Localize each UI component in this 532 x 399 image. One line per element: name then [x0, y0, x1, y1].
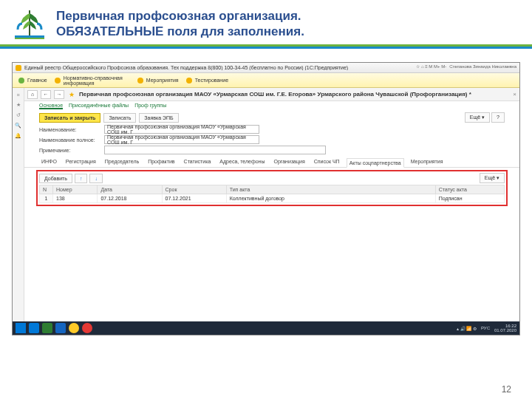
col-date[interactable]: Дата — [98, 185, 162, 194]
rail-star-icon[interactable]: ★ — [15, 101, 22, 109]
leaf-icon — [18, 78, 24, 83]
content-area: ⌂ ← → ★ Первичная профсоюзная организаци… — [24, 88, 519, 335]
input-fullname[interactable]: Первичная профсоюзная организация МАОУ «… — [104, 135, 259, 144]
add-button[interactable]: Добавить — [39, 174, 72, 183]
slide-title: Первичная профсоюзная организация. ОБЯЗА… — [56, 8, 520, 40]
task-icon[interactable] — [55, 323, 66, 333]
tab-events[interactable]: Мероприятия — [409, 157, 446, 167]
tab-address[interactable]: Адреса, телефоны — [217, 157, 267, 167]
window-titlebar[interactable]: Единый реестр Общероссийского Профсоюза … — [13, 63, 519, 73]
page-number: 12 — [502, 384, 511, 395]
inner-tabs: ИНФО Регистрация Председатель Профактив … — [24, 155, 519, 168]
form-title: Первичная профсоюзная организация МАОУ «… — [79, 91, 510, 98]
sign-button[interactable]: Заявка ЭПБ — [139, 113, 178, 123]
tray-lang[interactable]: РУС — [481, 326, 490, 330]
label-name: Наименование: — [39, 127, 101, 132]
window-corner-controls[interactable]: ☆ ⌂ ≡ M M+ M- Степанова Зинаида Николаев… — [416, 64, 516, 69]
col-type[interactable]: Тип акта — [226, 185, 435, 194]
tab-info[interactable]: ИНФО — [39, 157, 59, 167]
close-tab-icon[interactable]: × — [513, 91, 516, 98]
task-icon[interactable] — [82, 323, 92, 333]
cell-term: 07.12.2021 — [162, 194, 226, 203]
cell-date: 07.12.2018 — [98, 194, 162, 203]
field-fullname: Наименование полное: Первичная профсоюзн… — [24, 134, 519, 145]
start-button[interactable] — [16, 323, 26, 333]
tab-acts[interactable]: Акты соцпартнерства — [347, 158, 404, 168]
menu-main[interactable]: Главное — [18, 78, 47, 83]
window-user[interactable]: Степанова Зинаида Николаевна — [449, 64, 516, 69]
task-icon[interactable] — [29, 323, 39, 333]
subtab-files[interactable]: Присоединённые файлы — [69, 103, 129, 109]
nav-toolbar: ⌂ ← → ★ Первичная профсоюзная организаци… — [24, 88, 519, 101]
rail-menu-icon[interactable]: ≡ — [15, 91, 22, 98]
favorite-icon[interactable]: ★ — [67, 91, 76, 98]
home-button[interactable]: ⌂ — [27, 90, 38, 99]
menu-testing[interactable]: Тестирование — [186, 78, 228, 83]
main-menu: Главное Нормативно-справочная информация… — [13, 73, 519, 88]
menu-reference[interactable]: Нормативно-справочная информация — [55, 75, 130, 86]
form-button-row: Записать и закрыть Записать Заявка ЭПБ Е… — [24, 111, 519, 124]
grid-more-button[interactable]: Ещё ▾ — [480, 173, 505, 183]
back-button[interactable]: ← — [41, 90, 51, 99]
field-name: Наименование: Первичная профсоюзная орга… — [24, 124, 519, 134]
label-fullname: Наименование полное: — [39, 137, 101, 143]
subtab-main[interactable]: Основное — [39, 103, 63, 109]
acts-table: N Номер Дата Срок Тип акта Статус акта 1… — [39, 185, 505, 203]
cell-n: 1 — [40, 194, 53, 203]
cell-type: Коллективный договор — [226, 194, 435, 203]
form-subtabs: Основное Присоединённые файлы Проф групп… — [24, 101, 519, 111]
svg-rect-0 — [15, 35, 44, 38]
cell-status: Подписан — [435, 194, 504, 203]
task-icon[interactable] — [69, 323, 79, 333]
input-name[interactable]: Первичная профсоюзная организация МАОУ «… — [104, 125, 259, 134]
slide-title-line2: ОБЯЗАТЕЛЬНЫЕ поля для заполнения. — [56, 24, 520, 39]
input-note[interactable] — [104, 146, 326, 154]
union-logo-icon — [12, 6, 47, 41]
window-quick-icons[interactable]: ☆ ⌂ ≡ M M+ M- — [416, 64, 446, 69]
move-up-button[interactable]: ↑ — [75, 174, 88, 183]
tab-chairman[interactable]: Председатель — [103, 157, 141, 167]
tab-chp[interactable]: Список ЧП — [312, 157, 342, 167]
table-header-row: N Номер Дата Срок Тип акта Статус акта — [40, 185, 505, 194]
rail-history-icon[interactable]: ↺ — [15, 112, 22, 119]
label-note: Примечание: — [39, 148, 101, 153]
menu-events[interactable]: Мероприятия — [137, 78, 179, 83]
system-tray[interactable]: ▴ 🔊 📶 ⚙ РУС 16:22 01.07.2020 — [457, 324, 516, 332]
more-button[interactable]: Ещё ▾ — [465, 112, 490, 123]
slide-title-line1: Первичная профсоюзная организация. — [56, 8, 520, 24]
move-down-button[interactable]: ↓ — [89, 174, 103, 183]
col-n[interactable]: N — [40, 185, 53, 194]
left-rail: ≡ ★ ↺ 🔍 🔔 — [13, 88, 24, 335]
col-num[interactable]: Номер — [53, 185, 98, 194]
star-icon — [186, 78, 192, 83]
save-button[interactable]: Записать — [103, 113, 136, 123]
app-window: Единый реестр Общероссийского Профсоюза … — [12, 62, 520, 335]
rail-search-icon[interactable]: 🔍 — [15, 122, 22, 129]
tab-stats[interactable]: Статистика — [182, 157, 214, 167]
slide-header: Первичная профсоюзная организация. ОБЯЗА… — [0, 0, 532, 49]
help-button[interactable]: ? — [491, 112, 505, 123]
task-icon[interactable] — [42, 323, 52, 333]
star-icon — [137, 78, 143, 83]
app-icon — [16, 65, 21, 71]
star-icon — [55, 78, 61, 83]
grid-toolbar: Добавить ↑ ↓ Ещё ▾ — [39, 173, 505, 183]
table-row[interactable]: 1 138 07.12.2018 07.12.2021 Коллективный… — [40, 194, 505, 203]
tab-profaktiv[interactable]: Профактив — [146, 157, 177, 167]
save-close-button[interactable]: Записать и закрыть — [39, 113, 100, 123]
forward-button[interactable]: → — [54, 90, 64, 99]
tab-org[interactable]: Организация — [271, 157, 307, 167]
col-term[interactable]: Срок — [162, 185, 226, 194]
tray-date: 01.07.2020 — [494, 328, 516, 332]
field-note: Примечание: — [24, 145, 519, 155]
cell-num: 138 — [53, 194, 98, 203]
subtab-groups[interactable]: Проф группы — [134, 103, 166, 109]
windows-taskbar[interactable]: ▴ 🔊 📶 ⚙ РУС 16:22 01.07.2020 — [13, 321, 519, 335]
col-status[interactable]: Статус акта — [435, 185, 504, 194]
acts-grid-highlight: Добавить ↑ ↓ Ещё ▾ N Номер Дата Срок Тип… — [36, 170, 508, 206]
tab-registration[interactable]: Регистрация — [64, 157, 98, 167]
rail-bell-icon[interactable]: 🔔 — [15, 132, 22, 140]
svg-rect-1 — [15, 38, 44, 39]
tray-icons[interactable]: ▴ 🔊 📶 ⚙ — [457, 326, 477, 331]
